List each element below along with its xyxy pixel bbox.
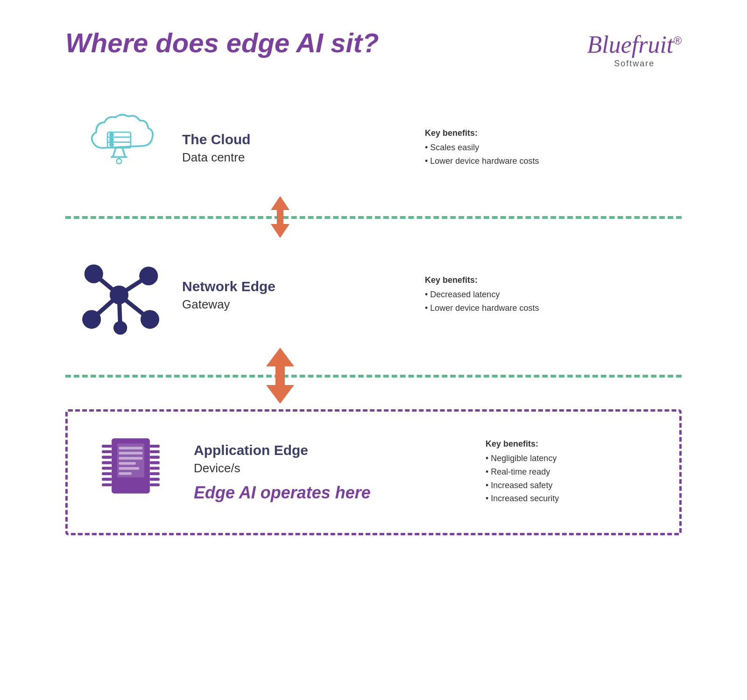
svg-rect-53 xyxy=(150,483,160,486)
cloud-benefit-1: • Scales easily xyxy=(425,141,682,154)
cloud-benefits-title: Key benefits: xyxy=(425,128,682,138)
cloud-icon xyxy=(65,111,173,185)
cloud-benefit-2: • Lower device hardware costs xyxy=(425,154,682,168)
app-benefit-3: • Increased safety xyxy=(486,479,665,492)
svg-rect-47 xyxy=(150,450,160,453)
svg-rect-40 xyxy=(102,456,112,459)
app-edge-box: Application Edge Device/s Edge AI operat… xyxy=(65,409,682,535)
app-benefit-2: • Real-time ready xyxy=(486,465,665,479)
network-icon xyxy=(65,251,173,339)
svg-marker-29 xyxy=(266,348,294,404)
svg-point-28 xyxy=(113,321,127,335)
app-benefit-1: • Negligible latency xyxy=(486,452,665,465)
app-edge-inner: Application Edge Device/s Edge AI operat… xyxy=(77,426,665,519)
svg-rect-48 xyxy=(150,456,160,459)
svg-rect-39 xyxy=(102,450,112,453)
logo-brand-text: Bluefruit xyxy=(587,31,673,58)
app-benefits-title: Key benefits: xyxy=(486,439,665,449)
svg-rect-32 xyxy=(119,447,143,449)
app-benefits: Key benefits: • Negligible latency • Rea… xyxy=(458,439,665,505)
cloud-benefits: Key benefits: • Scales easily • Lower de… xyxy=(397,128,682,168)
svg-point-5 xyxy=(110,143,113,146)
logo-sub: Software xyxy=(587,59,682,69)
svg-rect-45 xyxy=(102,483,112,486)
svg-rect-34 xyxy=(119,457,143,459)
svg-rect-37 xyxy=(119,472,132,475)
app-edge-subtitle: Device/s xyxy=(194,461,374,476)
divider-1 xyxy=(65,216,682,220)
page-container: Where does edge AI sit? Bluefruit® Softw… xyxy=(47,0,700,563)
svg-rect-35 xyxy=(119,462,136,464)
app-benefit-4: • Increased security xyxy=(486,492,665,505)
header: Where does edge AI sit? Bluefruit® Softw… xyxy=(65,28,682,69)
svg-rect-52 xyxy=(150,478,160,481)
svg-rect-43 xyxy=(102,472,112,475)
svg-rect-42 xyxy=(102,467,112,469)
app-edge-title: Application Edge xyxy=(194,442,374,458)
network-title: Network Edge xyxy=(182,279,313,294)
svg-marker-11 xyxy=(271,196,289,238)
svg-point-24 xyxy=(85,265,103,283)
cloud-title: The Cloud xyxy=(182,132,313,147)
svg-rect-46 xyxy=(150,445,160,448)
svg-rect-41 xyxy=(102,461,112,464)
device-icon xyxy=(77,426,184,519)
svg-rect-33 xyxy=(119,452,143,454)
svg-point-3 xyxy=(110,133,113,136)
svg-point-25 xyxy=(139,266,158,285)
svg-point-23 xyxy=(110,286,128,304)
svg-point-9 xyxy=(117,159,122,164)
svg-point-27 xyxy=(141,310,159,329)
divider-1-area xyxy=(65,199,682,237)
network-benefits: Key benefits: • Decreased latency • Lowe… xyxy=(397,275,682,315)
network-subtitle: Gateway xyxy=(182,297,313,312)
page-title: Where does edge AI sit? xyxy=(65,28,379,58)
svg-point-4 xyxy=(110,139,113,141)
logo-area: Bluefruit® Software xyxy=(587,33,682,69)
svg-line-6 xyxy=(113,148,116,157)
network-benefit-1: • Decreased latency xyxy=(425,288,682,301)
cloud-section: The Cloud Data centre Key benefits: • Sc… xyxy=(65,97,682,199)
svg-rect-38 xyxy=(102,445,112,448)
network-label: Network Edge Gateway xyxy=(173,279,313,312)
logo-brand: Bluefruit® xyxy=(587,33,682,57)
svg-rect-51 xyxy=(150,472,160,475)
svg-line-7 xyxy=(122,148,125,157)
network-benefits-title: Key benefits: xyxy=(425,275,682,285)
svg-rect-49 xyxy=(150,461,160,464)
app-edge-content: Application Edge Device/s Edge AI operat… xyxy=(184,442,374,503)
arrow-2 xyxy=(259,348,301,406)
edge-ai-label: Edge AI operates here xyxy=(194,483,374,503)
network-benefit-2: • Lower device hardware costs xyxy=(425,301,682,315)
network-section: Network Edge Gateway Key benefits: • Dec… xyxy=(65,237,682,353)
logo-registered: ® xyxy=(673,34,682,47)
cloud-label: The Cloud Data centre xyxy=(173,132,313,165)
svg-point-26 xyxy=(82,310,101,329)
divider-2 xyxy=(65,375,682,378)
svg-rect-50 xyxy=(150,467,160,469)
arrow-1 xyxy=(264,196,296,240)
svg-rect-44 xyxy=(102,478,112,481)
svg-rect-36 xyxy=(119,467,140,469)
divider-2-area xyxy=(65,353,682,400)
cloud-subtitle: Data centre xyxy=(182,150,313,165)
